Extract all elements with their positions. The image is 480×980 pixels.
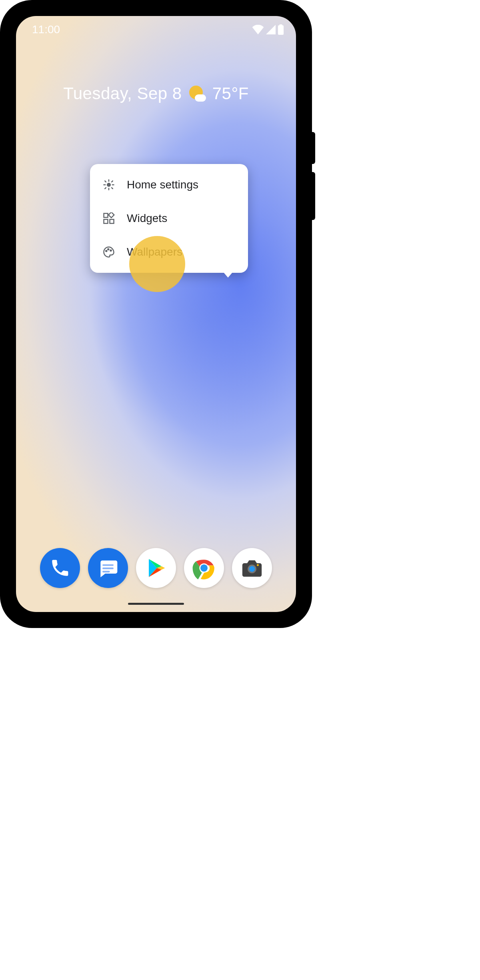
status-icons (252, 24, 284, 35)
menu-item-label: Widgets (127, 212, 167, 225)
svg-rect-4 (104, 220, 108, 224)
svg-rect-1 (279, 24, 282, 26)
phone-frame: 11:00 Tuesday, Sep 8 75°F Home settings (0, 0, 312, 628)
menu-item-wallpapers[interactable]: Wallpapers (90, 235, 248, 269)
temperature-label: 75°F (212, 84, 249, 103)
home-context-menu: Home settings Widgets Wallpapers (90, 164, 248, 273)
camera-icon (240, 556, 264, 580)
widgets-icon (103, 212, 115, 224)
app-chrome[interactable] (184, 548, 224, 588)
gear-icon (103, 179, 115, 191)
phone-icon (50, 558, 70, 578)
svg-point-15 (200, 564, 208, 572)
svg-point-18 (257, 564, 259, 566)
messages-icon (97, 557, 119, 579)
date-label: Tuesday, Sep 8 (63, 84, 182, 103)
app-camera[interactable] (232, 548, 272, 588)
menu-item-label: Home settings (127, 178, 198, 191)
side-button (312, 172, 315, 220)
svg-point-17 (249, 566, 255, 572)
side-button (312, 132, 315, 164)
battery-icon (278, 24, 284, 35)
menu-item-widgets[interactable]: Widgets (90, 202, 248, 235)
svg-rect-12 (102, 571, 110, 572)
svg-rect-5 (110, 220, 114, 224)
svg-rect-0 (278, 25, 284, 35)
cellular-icon (266, 25, 276, 34)
app-messages[interactable] (88, 548, 128, 588)
svg-rect-10 (102, 564, 114, 566)
svg-rect-3 (104, 214, 108, 218)
wallpaper (16, 16, 296, 612)
svg-rect-6 (108, 212, 114, 218)
wifi-icon (252, 25, 264, 34)
svg-rect-11 (102, 568, 114, 569)
dock (16, 548, 296, 588)
svg-point-8 (108, 249, 109, 250)
date-weather-widget[interactable]: Tuesday, Sep 8 75°F (16, 84, 296, 103)
svg-point-2 (107, 183, 110, 186)
home-indicator[interactable] (128, 603, 184, 605)
svg-point-7 (106, 250, 107, 252)
status-bar: 11:00 (32, 23, 284, 36)
svg-point-9 (110, 250, 112, 251)
menu-item-home-settings[interactable]: Home settings (90, 168, 248, 202)
weather-icon (188, 85, 206, 102)
app-phone[interactable] (40, 548, 80, 588)
chrome-icon (192, 556, 216, 580)
play-store-icon (145, 557, 167, 579)
app-play-store[interactable] (136, 548, 176, 588)
home-screen[interactable]: 11:00 Tuesday, Sep 8 75°F Home settings (16, 16, 296, 612)
clock: 11:00 (32, 23, 60, 36)
menu-item-label: Wallpapers (127, 246, 182, 258)
palette-icon (103, 246, 115, 258)
